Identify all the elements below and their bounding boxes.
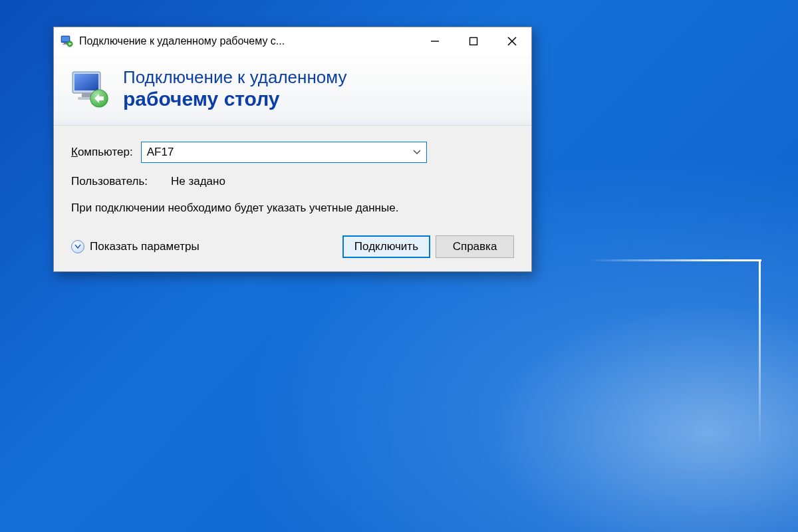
close-button[interactable] bbox=[493, 27, 531, 55]
user-value: Не задано bbox=[171, 175, 225, 188]
computer-input[interactable] bbox=[142, 143, 408, 162]
window-title: Подключение к удаленному рабочему с... bbox=[79, 35, 285, 47]
rdp-dialog-window: Подключение к удаленному рабочему с... bbox=[53, 27, 532, 272]
rdp-app-icon bbox=[61, 35, 74, 48]
header-line1: Подключение к удаленному bbox=[123, 67, 346, 88]
computer-combobox[interactable] bbox=[141, 142, 427, 163]
desktop-light-beam bbox=[589, 259, 761, 261]
header-title: Подключение к удаленному рабочему столу bbox=[123, 67, 346, 110]
dialog-footer: Показать параметры Подключить Справка bbox=[71, 231, 514, 258]
dialog-body: Компьютер: Пользователь: Не задано При п… bbox=[54, 126, 531, 271]
desktop-light-beam-vertical bbox=[759, 261, 761, 447]
maximize-button[interactable] bbox=[454, 27, 493, 55]
show-options-link[interactable]: Показать параметры bbox=[90, 240, 200, 253]
user-label: Пользователь: bbox=[71, 175, 171, 188]
credentials-info: При подключении необходимо будет указать… bbox=[71, 200, 514, 217]
help-button[interactable]: Справка bbox=[436, 235, 514, 258]
dialog-header: Подключение к удаленному рабочему столу bbox=[54, 55, 531, 126]
header-line2: рабочему столу bbox=[123, 88, 346, 110]
window-controls bbox=[416, 27, 531, 55]
svg-rect-1 bbox=[62, 37, 69, 41]
svg-rect-12 bbox=[82, 93, 91, 97]
expand-options-icon[interactable] bbox=[71, 240, 84, 253]
connect-button[interactable]: Подключить bbox=[342, 235, 430, 258]
chevron-down-icon[interactable] bbox=[408, 142, 426, 162]
svg-rect-2 bbox=[64, 43, 67, 44]
computer-row: Компьютер: bbox=[71, 142, 514, 163]
user-row: Пользователь: Не задано bbox=[71, 175, 514, 188]
svg-rect-6 bbox=[470, 38, 477, 45]
svg-rect-11 bbox=[74, 74, 98, 90]
minimize-button[interactable] bbox=[416, 27, 454, 55]
rdp-header-icon bbox=[68, 68, 111, 110]
computer-label: Компьютер: bbox=[71, 146, 133, 159]
titlebar[interactable]: Подключение к удаленному рабочему с... bbox=[54, 27, 531, 55]
